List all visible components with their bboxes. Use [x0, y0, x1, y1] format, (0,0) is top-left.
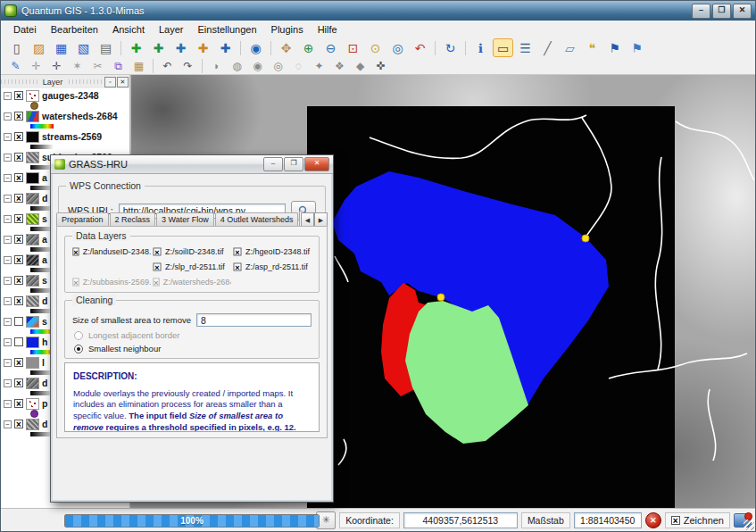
layer-checkbox[interactable]: ×	[14, 153, 23, 162]
layer-item[interactable]: −×streams-2569	[4, 130, 129, 150]
split-features-icon[interactable]: ❖	[330, 59, 349, 74]
add-island-icon[interactable]: ◉	[248, 59, 267, 74]
new-bookmark-icon[interactable]: ⚑	[627, 38, 647, 57]
layer-checkbox[interactable]: ×	[14, 420, 23, 428]
zoom-full-icon[interactable]: ◎	[387, 38, 408, 57]
expander-icon[interactable]: −	[4, 92, 12, 100]
add-raster-layer-icon[interactable]: ✚	[148, 38, 169, 57]
new-project-icon[interactable]: ▯	[6, 38, 27, 57]
delete-ring-icon[interactable]: ◎	[269, 59, 287, 74]
expander-icon[interactable]: −	[4, 174, 12, 182]
open-attribute-table-icon[interactable]: ☰	[515, 38, 536, 57]
stop-render-icon[interactable]: ✕	[645, 512, 661, 528]
expander-icon[interactable]: −	[4, 112, 12, 121]
layer-checkbox[interactable]: ×	[14, 132, 23, 141]
move-vertex-icon[interactable]: ✛	[47, 59, 66, 74]
expander-icon[interactable]: −	[4, 338, 12, 346]
layer-checkbox[interactable]: ×	[14, 378, 23, 387]
layer-checkbox[interactable]: ×	[14, 296, 23, 305]
add-db-layer-icon[interactable]: ✚	[193, 38, 213, 57]
layer-item[interactable]: −×gauges-2348	[4, 89, 129, 109]
resize-grip[interactable]	[744, 520, 754, 530]
add-vector-layer-icon[interactable]: ✚	[126, 38, 146, 57]
menu-plugins[interactable]: Plugins	[264, 22, 311, 37]
delete-selected-icon[interactable]: ✶	[68, 59, 87, 74]
menu-layer[interactable]: Layer	[152, 22, 191, 37]
menu-einstellungen[interactable]: Einstellungen	[191, 22, 264, 37]
zoom-to-layer-icon[interactable]: ⊙	[365, 38, 386, 57]
tab-preparation[interactable]: Preparation	[56, 212, 109, 227]
print-composer-icon[interactable]: ▤	[96, 38, 116, 57]
layer-checkbox[interactable]: ×	[14, 112, 23, 121]
add-wms-layer-icon[interactable]: ✚	[215, 38, 236, 57]
layer-checkbox[interactable]: ×	[14, 255, 23, 264]
expander-icon[interactable]: −	[4, 400, 12, 408]
menu-bearbeiten[interactable]: Bearbeiten	[44, 22, 105, 37]
render-checkbox-icon[interactable]: ×	[671, 516, 680, 525]
redo-icon[interactable]: ↷	[179, 59, 197, 74]
layer-checkbox[interactable]	[14, 337, 23, 346]
layer-row[interactable]: −×streams-2569	[4, 130, 129, 143]
tab-outlet-watersheds[interactable]: 4 Outlet Watersheds	[215, 212, 299, 227]
simplify-feature-icon[interactable]: ◗	[207, 59, 226, 74]
data-layer-checkbox[interactable]: ×Z:/slp_rd-2511.tif	[153, 262, 231, 271]
expander-icon[interactable]: −	[4, 420, 12, 428]
expander-icon[interactable]: −	[4, 215, 12, 223]
layer-checkbox[interactable]: ×	[14, 194, 23, 203]
expander-icon[interactable]: −	[4, 318, 12, 326]
select-features-icon[interactable]: ▭	[493, 38, 513, 57]
render-toggle[interactable]: × Zeichnen	[665, 512, 730, 528]
menu-datei[interactable]: Datei	[6, 22, 44, 37]
save-project-as-icon[interactable]: ▧	[73, 38, 94, 57]
layer-checkbox[interactable]: ×	[14, 399, 23, 408]
cut-features-icon[interactable]: ✂	[88, 59, 107, 74]
layer-item[interactable]: −×watersheds-2684	[4, 110, 129, 129]
panel-float-icon[interactable]: ▫	[104, 77, 116, 87]
dialog-maximize-button[interactable]: ❐	[284, 157, 303, 171]
reshape-features-icon[interactable]: ✦	[310, 59, 328, 74]
expander-icon[interactable]: −	[4, 236, 12, 244]
minimize-button[interactable]: –	[692, 4, 710, 19]
layer-checkbox[interactable]: ×	[14, 235, 23, 244]
layer-checkbox[interactable]: ×	[14, 91, 23, 100]
layer-checkbox[interactable]	[14, 317, 23, 326]
globe-icon[interactable]: ◉	[245, 38, 266, 57]
zoom-last-icon[interactable]: ↶	[410, 38, 430, 57]
layer-checkbox[interactable]: ×	[14, 173, 23, 182]
add-postgis-layer-icon[interactable]: ✚	[170, 38, 191, 57]
data-layer-checkbox[interactable]: ×Z:/landuseID-2348.tif	[72, 247, 151, 256]
zoom-to-selection-icon[interactable]: ⊡	[343, 38, 363, 57]
longest-border-radio[interactable]: Longest adjacent border	[74, 330, 179, 340]
layer-checkbox[interactable]: ×	[14, 214, 23, 223]
scale-input[interactable]: 1:881403450	[574, 512, 642, 528]
expander-icon[interactable]: −	[4, 154, 12, 162]
show-bookmarks-icon[interactable]: ⚑	[604, 38, 625, 57]
paste-features-icon[interactable]: ▦	[129, 59, 148, 74]
expander-icon[interactable]: −	[4, 359, 12, 367]
toggle-editing-icon[interactable]: ✎	[6, 59, 25, 74]
dialog-close-button[interactable]: ✕	[304, 157, 329, 171]
layer-row[interactable]: −×gauges-2348	[4, 89, 129, 102]
panel-close-icon[interactable]: ✕	[117, 77, 129, 87]
dialog-minimize-button[interactable]: –	[263, 157, 283, 171]
node-tool-icon[interactable]: ✜	[371, 59, 390, 74]
data-layer-checkbox[interactable]: ×Z:/hgeoID-2348.tif	[233, 247, 312, 256]
tab-reclass[interactable]: 2 Reclass	[110, 212, 156, 227]
zoom-in-icon[interactable]: ⊕	[298, 38, 319, 57]
expander-icon[interactable]: −	[4, 277, 12, 285]
data-layer-checkbox[interactable]: ×Z:/soilID-2348.tif	[153, 247, 231, 256]
layer-checkbox[interactable]: ×	[14, 358, 23, 367]
add-ring-icon[interactable]: ◍	[228, 59, 246, 74]
expander-icon[interactable]: −	[4, 379, 12, 387]
copy-features-icon[interactable]: ⧉	[109, 59, 128, 74]
smallest-area-input[interactable]: 8	[196, 313, 312, 327]
data-layer-checkbox[interactable]: ×Z:/watersheds-2684.tif	[153, 278, 231, 287]
expander-icon[interactable]: −	[4, 133, 12, 141]
coordinate-input[interactable]: 4409357,5612513	[403, 512, 518, 528]
data-layer-checkbox[interactable]: ×Z:/subbasins-2569.tif	[72, 278, 151, 287]
refresh-map-icon[interactable]: ↻	[440, 38, 461, 57]
tab-water-flow[interactable]: 3 Water Flow	[156, 212, 214, 227]
menu-ansicht[interactable]: Ansicht	[105, 22, 152, 37]
move-feature-icon[interactable]: ✛	[27, 59, 46, 74]
map-tips-icon[interactable]: ❝	[582, 38, 602, 57]
